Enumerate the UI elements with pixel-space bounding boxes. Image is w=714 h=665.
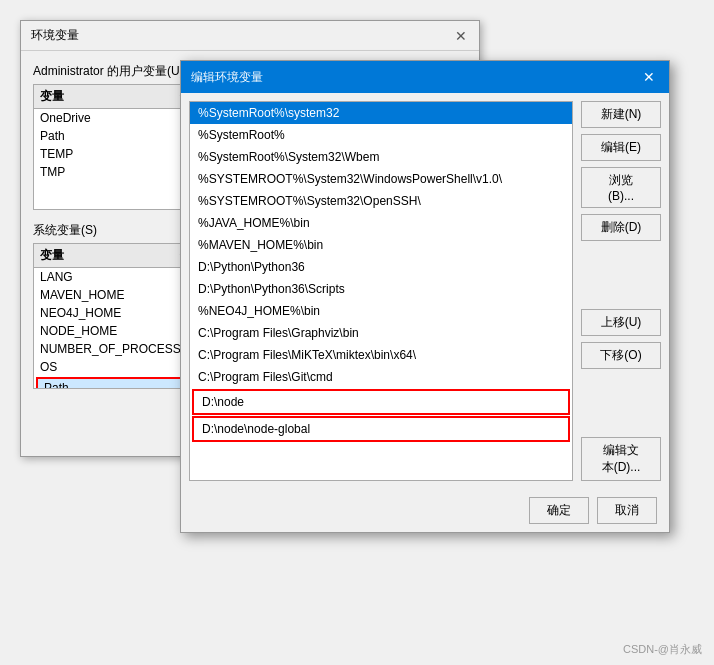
edit-buttons-spacer: [581, 247, 661, 303]
sys-var-name-neo4j: NEO4J_HOME: [40, 306, 180, 320]
user-var-col-name: 变量: [40, 88, 180, 105]
path-item-14[interactable]: D:\node\node-global: [192, 416, 570, 442]
edit-dialog-buttons: 新建(N) 编辑(E) 浏览(B)... 删除(D) 上移(U) 下移(O) 编…: [581, 101, 661, 481]
path-item-12[interactable]: C:\Program Files\Git\cmd: [190, 366, 572, 388]
path-item-6[interactable]: %MAVEN_HOME%\bin: [190, 234, 572, 256]
path-list[interactable]: %SystemRoot%\system32 %SystemRoot% %Syst…: [189, 101, 573, 481]
path-item-11[interactable]: C:\Program Files\MiKTeX\miktex\bin\x64\: [190, 344, 572, 366]
edit-dialog-body: %SystemRoot%\system32 %SystemRoot% %Syst…: [181, 93, 669, 489]
edit-dialog-title-bar: 编辑环境变量 ✕: [181, 61, 669, 93]
path-item-0[interactable]: %SystemRoot%\system32: [190, 102, 572, 124]
system-var-col-name: 变量: [40, 247, 180, 264]
env-dialog-title-bar: 环境变量 ✕: [21, 21, 479, 51]
edit-ok-button[interactable]: 确定: [529, 497, 589, 524]
path-item-8[interactable]: D:\Python\Python36\Scripts: [190, 278, 572, 300]
edit-dialog-footer: 确定 取消: [181, 489, 669, 532]
edit-move-up-button[interactable]: 上移(U): [581, 309, 661, 336]
edit-browse-button[interactable]: 浏览(B)...: [581, 167, 661, 208]
path-item-3[interactable]: %SYSTEMROOT%\System32\WindowsPowerShell\…: [190, 168, 572, 190]
path-item-2[interactable]: %SystemRoot%\System32\Wbem: [190, 146, 572, 168]
sys-var-name-lang: LANG: [40, 270, 180, 284]
edit-move-down-button[interactable]: 下移(O): [581, 342, 661, 369]
env-dialog-title: 环境变量: [31, 27, 79, 44]
edit-text-button[interactable]: 编辑文本(D)...: [581, 437, 661, 481]
path-item-7[interactable]: D:\Python\Python36: [190, 256, 572, 278]
sys-var-name-path: Path: [44, 381, 184, 388]
sys-var-name-os: OS: [40, 360, 180, 374]
sys-var-name-nop: NUMBER_OF_PROCESSORS: [40, 342, 180, 356]
edit-delete-button[interactable]: 删除(D): [581, 214, 661, 241]
sys-var-name-maven: MAVEN_HOME: [40, 288, 180, 302]
sys-var-name-node: NODE_HOME: [40, 324, 180, 338]
path-item-1[interactable]: %SystemRoot%: [190, 124, 572, 146]
edit-dialog-title: 编辑环境变量: [191, 69, 263, 86]
edit-dialog-close-button[interactable]: ✕: [639, 67, 659, 87]
path-item-9[interactable]: %NEO4J_HOME%\bin: [190, 300, 572, 322]
edit-cancel-button[interactable]: 取消: [597, 497, 657, 524]
user-var-name-tmp: TMP: [40, 165, 180, 179]
path-item-10[interactable]: C:\Program Files\Graphviz\bin: [190, 322, 572, 344]
edit-env-dialog: 编辑环境变量 ✕ %SystemRoot%\system32 %SystemRo…: [180, 60, 670, 533]
user-var-name-onedrive: OneDrive: [40, 111, 180, 125]
watermark: CSDN-@肖永威: [623, 642, 702, 657]
edit-new-button[interactable]: 新建(N): [581, 101, 661, 128]
edit-edit-button[interactable]: 编辑(E): [581, 134, 661, 161]
edit-buttons-spacer2: [581, 375, 661, 431]
path-item-13[interactable]: D:\node: [192, 389, 570, 415]
path-item-5[interactable]: %JAVA_HOME%\bin: [190, 212, 572, 234]
user-var-name-temp: TEMP: [40, 147, 180, 161]
env-dialog-close-button[interactable]: ✕: [453, 28, 469, 44]
user-var-name-path: Path: [40, 129, 180, 143]
path-item-4[interactable]: %SYSTEMROOT%\System32\OpenSSH\: [190, 190, 572, 212]
